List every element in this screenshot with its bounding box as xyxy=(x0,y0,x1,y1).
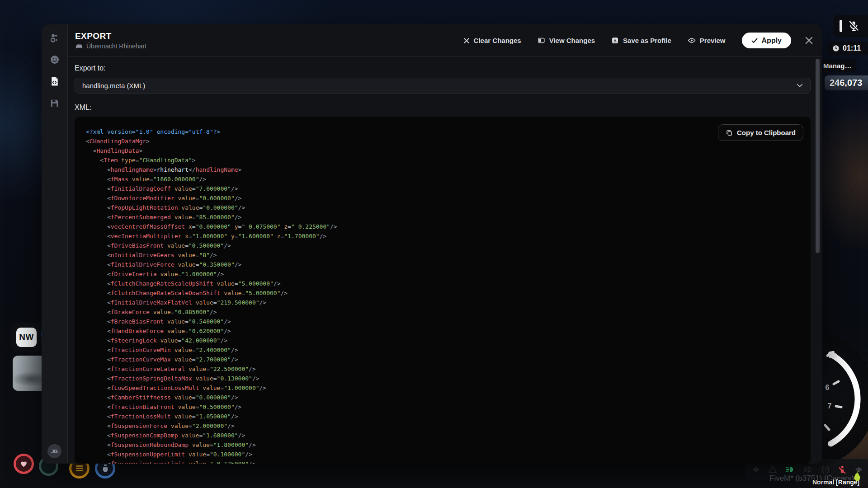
export-modal: JG EXPORT Übermacht Rhinehart Clea xyxy=(42,24,822,464)
save-as-profile-label: Save as Profile xyxy=(623,37,671,44)
xml-code-line: <fSuspensionReboundDamp value="1.800000"… xyxy=(86,440,811,450)
floppy-save-icon xyxy=(49,98,60,108)
xml-code-line: <fDownforceModifier value="0.000000"/> xyxy=(86,193,811,203)
voice-level-bar xyxy=(840,20,842,32)
car-icon xyxy=(75,43,83,49)
format-select-value: handling.meta (XML) xyxy=(82,82,145,89)
xml-code-line: <fPopUpLightRotation value="0.000000"/> xyxy=(86,203,811,212)
tune-icon xyxy=(49,33,60,43)
sidebar-item-reactions[interactable] xyxy=(49,54,60,65)
xml-code-line: <vecInertiaMultiplier x="1.000000" y="1.… xyxy=(86,231,811,241)
xml-label: XML: xyxy=(75,103,811,112)
hazard-icon xyxy=(768,465,778,474)
burger-icon xyxy=(76,465,83,472)
xml-code-line: <fBrakeBiasFront value="0.540000"/> xyxy=(86,317,811,326)
eye-icon xyxy=(688,37,696,44)
xml-code-line: <fTractionCurveMax value="2.700000"/> xyxy=(86,355,811,364)
voice-indicator xyxy=(833,15,868,37)
modal-body: Export to: handling.meta (XML) XML: <?xm… xyxy=(68,57,822,464)
xml-code-line: <nInitialDriveGears value="8"/> xyxy=(86,250,811,260)
file-code-icon xyxy=(49,76,60,87)
save-as-profile-button[interactable]: Save as Profile xyxy=(611,37,671,44)
xml-code-panel[interactable]: <?xml version="1.0" encoding="utf-8"?><C… xyxy=(75,117,811,464)
xml-code-line: <fLowSpeedTractionLossMult value="1.0000… xyxy=(86,383,811,393)
low-beam-icon xyxy=(784,465,795,474)
job-badge: Manag… xyxy=(819,59,856,72)
notification-logo: NW xyxy=(16,328,37,347)
check-icon xyxy=(751,38,758,43)
xml-code-line: <fTractionCurveMin value="2.400000"/> xyxy=(86,345,811,355)
smiley-icon xyxy=(49,54,60,65)
xml-code-line: <fClutchChangeRateScaleDownShift value="… xyxy=(86,288,811,298)
money-amount: 246,073 xyxy=(830,78,862,88)
clear-changes-label: Clear Changes xyxy=(474,37,521,44)
high-beam-icon xyxy=(802,465,813,474)
xml-code-line: <fTractionCurveLateral value="22.500000"… xyxy=(86,364,811,374)
preview-label: Preview xyxy=(700,37,726,44)
format-select[interactable]: handling.meta (XML) xyxy=(75,78,811,94)
modal-sidebar: JG xyxy=(42,24,68,464)
xml-code-line: <fSteeringLock value="42.000000"/> xyxy=(86,336,811,345)
xml-code-line: <handlingName>rhinehart</handlingName> xyxy=(86,165,811,174)
save-tray-icon xyxy=(611,37,619,44)
pear-icon xyxy=(852,470,863,483)
xml-code: <?xml version="1.0" encoding="utf-8"?><C… xyxy=(86,127,811,464)
copy-icon xyxy=(726,129,733,136)
close-modal-button[interactable] xyxy=(805,36,813,45)
mic-muted-icon xyxy=(848,20,860,32)
modal-title: EXPORT xyxy=(75,31,146,41)
xml-code-line: <fInitialDragCoeff value="7.000000"/> xyxy=(86,184,811,193)
clock-widget: 01:11 xyxy=(828,42,868,55)
xml-code-line: <CHandlingDataMgr> xyxy=(86,136,811,146)
xml-code-line: <HandlingData> xyxy=(86,146,811,155)
xml-code-line: <fSuspensionForce value="2.000000"/> xyxy=(86,421,811,431)
copy-to-clipboard-button[interactable]: Copy to Clipboard xyxy=(718,124,803,141)
heart-icon xyxy=(19,459,28,469)
xml-code-line: <fClutchChangeRateScaleUpShift value="5.… xyxy=(86,279,811,288)
xml-code-line: <fDriveInertia value="1.000000"/> xyxy=(86,269,811,279)
clock-icon xyxy=(832,45,840,52)
speed-limiter-icon xyxy=(821,465,830,474)
water-bottle-icon xyxy=(102,464,108,473)
xml-code-line: <fSuspensionLowerLimit value="-0.125000"… xyxy=(86,459,811,464)
vehicle-name: Übermacht Rhinehart xyxy=(86,42,146,50)
xml-code-line: <fHandBrakeForce value="0.620000"/> xyxy=(86,326,811,336)
xml-code-line: <fPercentSubmerged value="85.000000"/> xyxy=(86,212,811,222)
clear-changes-button[interactable]: Clear Changes xyxy=(463,37,521,44)
xml-code-line: <fInitialDriveForce value="0.350000"/> xyxy=(86,260,811,269)
xml-code-line: <fSuspensionCompDamp value="1.680000"/> xyxy=(86,431,811,440)
modal-content: EXPORT Übermacht Rhinehart Clear Changes xyxy=(68,24,822,464)
view-changes-button[interactable]: View Changes xyxy=(538,37,595,44)
sidebar-item-tune[interactable] xyxy=(49,33,60,43)
health-status-circle xyxy=(14,454,34,474)
xml-code-line: <fCamberStiffnesss value="0.000000"/> xyxy=(86,393,811,402)
modal-scrollbar[interactable] xyxy=(816,59,820,253)
sidebar-item-save[interactable] xyxy=(49,98,60,108)
export-to-label: Export to: xyxy=(75,64,811,72)
xml-code-line: <fTractionBiasFront value="0.500000"/> xyxy=(86,402,811,412)
apply-button[interactable]: Apply xyxy=(742,33,791,48)
view-changes-label: View Changes xyxy=(549,37,595,44)
modal-header: EXPORT Übermacht Rhinehart Clear Changes xyxy=(68,24,822,57)
columns-icon xyxy=(538,37,545,44)
apply-label: Apply xyxy=(762,37,782,45)
prev-arrow-icon[interactable] xyxy=(750,465,760,474)
clock-time: 01:11 xyxy=(843,44,861,52)
preview-button[interactable]: Preview xyxy=(688,37,726,44)
xml-code-line: <fSuspensionUpperLimit value="0.100000"/… xyxy=(86,450,811,459)
user-avatar[interactable]: JG xyxy=(47,444,61,458)
job-label: Manag… xyxy=(823,62,852,70)
xml-code-line: <Item type="CHandlingData"> xyxy=(86,155,811,165)
xml-code-line: <vecCentreOfMassOffset x="0.000000" y="-… xyxy=(86,222,811,231)
xml-code-line: <fTractionLossMult value="1.050000"/> xyxy=(86,412,811,421)
xml-code-line: <?xml version="1.0" encoding="utf-8"?> xyxy=(86,127,811,136)
screen: 6 7 FiveM* (b3751) (Canary) Normal [Rang… xyxy=(0,0,868,488)
gauge-number-7: 7 xyxy=(828,402,832,410)
xml-code-line: <fMass value="1660.000000"/> xyxy=(86,174,811,184)
gauge-number-6: 6 xyxy=(826,384,830,391)
chevron-down-icon xyxy=(797,84,803,88)
xml-code-line: <fBrakeForce value="0.885000"/> xyxy=(86,307,811,317)
seatbelt-icon xyxy=(837,465,847,474)
money-badge: 246,073 xyxy=(825,75,868,90)
sidebar-item-export-active[interactable] xyxy=(49,76,60,87)
